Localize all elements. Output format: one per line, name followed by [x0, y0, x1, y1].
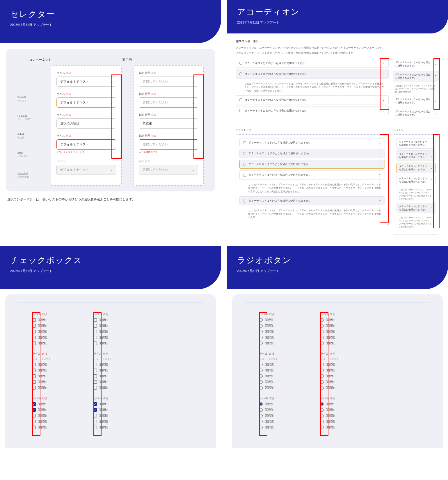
select-pref-error[interactable]: 選択してください⌄: [139, 139, 198, 150]
selector-card: セレクター 2023年7月31日 アップデート コンポーネント 適用例 ラベル必…: [0, 0, 221, 240]
accordion-card: アコーディオン 2023年7月31日 アップデート 標準コンポーネント アコーデ…: [227, 0, 448, 240]
select-pref-filled[interactable]: 東京都⌄: [139, 118, 198, 129]
selector-desc: 選択コンポーネントは、長いリストの中からひとつの選択肢を選ぶことを可能にします。: [7, 197, 214, 202]
select-focused[interactable]: デフォルトテキスト⌄: [56, 97, 116, 108]
accordion-item[interactable]: ダミーテキストはどのような場合に使用されますか。⌄: [239, 138, 385, 147]
accordion-item-mobile[interactable]: ダミーテキストはどのような場合に使用されますか。⌃: [397, 203, 435, 213]
accordion-item-mobile[interactable]: ダミーテキストはどのような場合に使用されますか。⌄: [397, 150, 435, 161]
chevron-down-icon: ⌄: [431, 142, 433, 145]
radio-header: ラジオボタン 2023年7月31日 アップデート: [227, 246, 448, 289]
radio-column-optional: ラベル任意 選択肢 選択肢 選択肢 選択肢 選択肢 ラベル任意サポートテキスト …: [320, 312, 364, 436]
select-pref-focused[interactable]: 選択してください⌄: [139, 97, 198, 108]
accordion-title: アコーディオン: [237, 6, 438, 17]
select-disabled: デフォルトテキスト⌄: [56, 165, 116, 175]
checkbox-date: 2023年7月31日 アップデート: [10, 269, 211, 273]
accordion-item[interactable]: ダミーテキストはどのような場合に使用されますか。⌄: [236, 95, 389, 104]
accordion-item[interactable]: ダミーテキストはどのような場合に使用されますか。⌄: [239, 160, 385, 169]
checkbox-column-required: ラベル必須 選択肢 選択肢 選択肢 選択肢 選択肢 ラベル必須サポートテキスト …: [32, 312, 76, 436]
selector-date: 2023年7月31日 アップデート: [10, 23, 211, 27]
accordion-item-mobile[interactable]: ダミーテキストはどのような場合に使用されますか。⌄: [393, 96, 439, 106]
accordion-item-mobile[interactable]: ダミーテキストはどのような場合に使用されますか。⌄: [393, 108, 439, 118]
selector-panel: コンポーネント 適用例 ラベル必須デフォルトテキスト⌄ ラベル必須デフォルトテキ…: [6, 49, 215, 191]
checkbox-header: チェックボックス 2023年7月31日 アップデート: [0, 246, 221, 289]
accordion-item-mobile[interactable]: ダミーテキストはどのような場合に使用されますか。⌃: [397, 175, 435, 185]
selector-title: セレクター: [10, 9, 211, 20]
accordion-item[interactable]: ダミーテキストはどのような場合に使用されますか。⌃: [239, 170, 385, 179]
accordion-item[interactable]: ダミーテキストはどのような場合に使用されますか。⌃: [239, 196, 385, 205]
accordion-date: 2023年7月31日 アップデート: [237, 20, 438, 25]
col-a-header: コンポーネント: [29, 58, 111, 62]
select-filled[interactable]: 選択済の項目⌄: [56, 118, 116, 129]
checkbox-card: チェックボックス 2023年7月31日 アップデート ラベル必須 選択肢 選択肢…: [0, 246, 221, 453]
select-pref-disabled: 選択してください⌄: [139, 165, 198, 175]
radio-column-required: ラベル必須 選択肢 選択肢 選択肢 選択肢 選択肢 ラベル必須サポートテキスト …: [259, 312, 303, 436]
checkbox-title: チェックボックス: [10, 255, 211, 266]
chevron-up-icon: ⌃: [431, 207, 433, 209]
select-pref-default[interactable]: 選択してください⌄: [139, 77, 198, 87]
col-b-header: 適用例: [122, 58, 204, 62]
chevron-down-icon: ⌄: [431, 154, 433, 157]
accordion-header: アコーディオン 2023年7月31日 アップデート: [227, 0, 448, 33]
select-default[interactable]: デフォルトテキスト⌄: [56, 77, 116, 87]
select-error[interactable]: デフォルトテキスト⌄: [56, 139, 116, 150]
accordion-item-mobile[interactable]: ダミーテキストはどのような場合に使用されますか。⌄: [397, 138, 435, 149]
accordion-item[interactable]: ダミーテキストはどのような場合に使用されますか。⌄: [239, 149, 385, 158]
acc-section-title: 標準コンポーネント: [236, 39, 439, 43]
chevron-down-icon: ⌄: [192, 168, 194, 171]
checkbox-column-optional: ラベル任意 選択肢 選択肢 選択肢 選択肢 選択肢 ラベル任意サポートテキスト …: [93, 312, 137, 436]
accordion-item-mobile[interactable]: ダミーテキストはどのような場合に使用されますか。⌄: [397, 163, 435, 173]
chevron-up-icon: ⌃: [431, 179, 433, 182]
radio-date: 2023年7月31日 アップデート: [237, 269, 438, 273]
accordion-item-mobile[interactable]: ダミーテキストはどのような場合に使用されますか。⌄: [393, 59, 439, 69]
chevron-down-icon: ⌄: [110, 168, 112, 171]
accordion-item[interactable]: ダミーテキストはどのような場合に使用されますか。⌄: [236, 59, 389, 68]
chevron-down-icon: ⌄: [434, 112, 437, 115]
accordion-item-mobile[interactable]: ダミーテキストはどのような場合に使用されますか。⌃: [393, 71, 439, 81]
chevron-down-icon: ⌄: [431, 166, 433, 169]
radio-title: ラジオボタン: [237, 255, 438, 266]
radio-card: ラジオボタン 2023年7月31日 アップデート ラベル必須 選択肢 選択肢 選…: [227, 246, 448, 453]
selector-header: セレクター 2023年7月31日 アップデート: [0, 0, 221, 43]
accordion-item[interactable]: ダミーテキストはどのような場合に使用されますか。⌃: [236, 70, 389, 79]
accordion-item[interactable]: ダミーテキストはどのような場合に使用されますか。⌄: [236, 106, 389, 115]
